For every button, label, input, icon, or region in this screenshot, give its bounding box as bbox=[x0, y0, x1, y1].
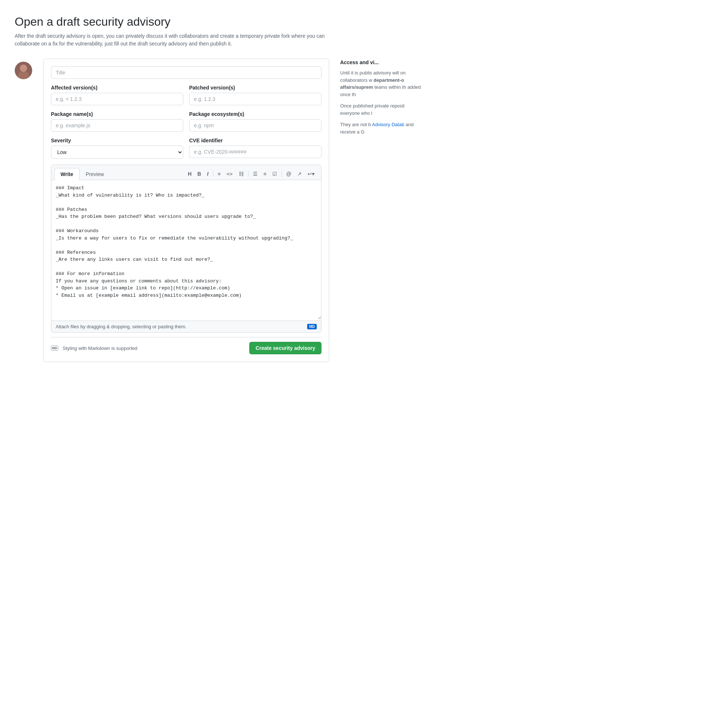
editor-toolbar: H B I ≡ <> ⛓ bbox=[185, 170, 318, 178]
form-footer: MD Styling with Markdown is supported Cr… bbox=[51, 337, 322, 354]
cve-group: CVE identifier bbox=[189, 138, 322, 159]
package-ecosystem-label: Package ecosystem(s) bbox=[189, 111, 322, 117]
footer-left: MD Styling with Markdown is supported bbox=[51, 346, 137, 351]
quote-button[interactable]: ≡ bbox=[215, 170, 223, 178]
ordered-list-icon: ≡ bbox=[264, 171, 266, 177]
severity-group: Severity Low Moderate High Critical bbox=[51, 138, 183, 159]
heading-icon: H bbox=[188, 171, 191, 177]
italic-icon: I bbox=[207, 171, 209, 177]
code-button[interactable]: <> bbox=[224, 170, 235, 178]
severity-label: Severity bbox=[51, 138, 183, 143]
task-list-button[interactable]: ☑ bbox=[270, 170, 279, 178]
toolbar-separator-3 bbox=[282, 171, 282, 177]
toolbar-separator-2 bbox=[248, 171, 248, 177]
unordered-list-icon: ☰ bbox=[253, 171, 258, 177]
patched-versions-input[interactable] bbox=[189, 93, 322, 105]
sidebar: Access and vi... Until it is publis advi… bbox=[340, 59, 421, 140]
versions-row: Affected version(s) Patched version(s) bbox=[51, 85, 322, 105]
affected-versions-group: Affected version(s) bbox=[51, 85, 183, 105]
reference-icon: ↗ bbox=[297, 171, 302, 177]
editor-textarea[interactable]: ### Impact _What kind of vulnerability i… bbox=[51, 180, 321, 320]
mention-button[interactable]: @ bbox=[284, 170, 294, 178]
package-names-label: Package name(s) bbox=[51, 111, 183, 117]
quote-icon: ≡ bbox=[218, 171, 221, 177]
preview-tab[interactable]: Preview bbox=[79, 168, 110, 180]
severity-select[interactable]: Low Moderate High Critical bbox=[51, 146, 183, 159]
create-advisory-button[interactable]: Create security advisory bbox=[249, 342, 322, 354]
severity-cve-row: Severity Low Moderate High Critical CVE … bbox=[51, 138, 322, 159]
link-icon: ⛓ bbox=[238, 171, 244, 177]
package-ecosystem-group: Package ecosystem(s) bbox=[189, 111, 322, 132]
patched-versions-label: Patched version(s) bbox=[189, 85, 322, 91]
page-description: After the draft security advisory is ope… bbox=[14, 32, 345, 48]
undo-icon: ↩▾ bbox=[308, 171, 315, 177]
title-input[interactable] bbox=[51, 67, 322, 79]
heading-button[interactable]: H bbox=[185, 170, 194, 178]
editor-tabs-bar: Write Preview H B I ≡ bbox=[51, 165, 321, 180]
affected-versions-input[interactable] bbox=[51, 93, 183, 105]
task-list-icon: ☑ bbox=[272, 171, 277, 177]
edit-badge: MD bbox=[307, 324, 317, 329]
package-row: Package name(s) Package ecosystem(s) bbox=[51, 111, 322, 132]
avatar bbox=[14, 62, 32, 79]
cve-input[interactable] bbox=[189, 146, 322, 158]
cve-label: CVE identifier bbox=[189, 138, 322, 143]
package-names-group: Package name(s) bbox=[51, 111, 183, 132]
sidebar-title: Access and vi... bbox=[340, 59, 421, 67]
advisory-form: Affected version(s) Patched version(s) P… bbox=[43, 59, 329, 362]
toolbar-separator-1 bbox=[213, 171, 213, 177]
sidebar-paragraph-2: Once published private reposit everyone … bbox=[340, 102, 421, 117]
advisory-database-link[interactable]: Advisory Datab bbox=[372, 122, 404, 127]
write-tab[interactable]: Write bbox=[54, 168, 79, 180]
editor-wrapper: Write Preview H B I ≡ bbox=[51, 165, 322, 333]
affected-versions-label: Affected version(s) bbox=[51, 85, 183, 91]
mention-icon: @ bbox=[286, 171, 292, 177]
bold-button[interactable]: B bbox=[195, 170, 204, 178]
markdown-note: Styling with Markdown is supported bbox=[63, 346, 137, 351]
attach-text: Attach files by dragging & dropping, sel… bbox=[56, 324, 186, 329]
sidebar-paragraph-3: They are not b Advisory Datab and receiv… bbox=[340, 121, 421, 135]
package-ecosystem-input[interactable] bbox=[189, 119, 322, 132]
ordered-list-button[interactable]: ≡ bbox=[261, 170, 269, 178]
link-button[interactable]: ⛓ bbox=[237, 170, 246, 178]
undo-button[interactable]: ↩▾ bbox=[305, 170, 317, 178]
italic-button[interactable]: I bbox=[205, 170, 211, 178]
unordered-list-button[interactable]: ☰ bbox=[251, 170, 260, 178]
patched-versions-group: Patched version(s) bbox=[189, 85, 322, 105]
page-title: Open a draft security advisory bbox=[14, 14, 714, 29]
code-icon: <> bbox=[227, 171, 233, 177]
reference-button[interactable]: ↗ bbox=[295, 170, 304, 178]
editor-attach-footer: Attach files by dragging & dropping, sel… bbox=[51, 321, 321, 332]
markdown-icon: MD bbox=[51, 346, 58, 351]
package-names-input[interactable] bbox=[51, 119, 183, 132]
sidebar-paragraph-1: Until it is publis advisory will on coll… bbox=[340, 69, 421, 98]
bold-icon: B bbox=[198, 171, 201, 177]
